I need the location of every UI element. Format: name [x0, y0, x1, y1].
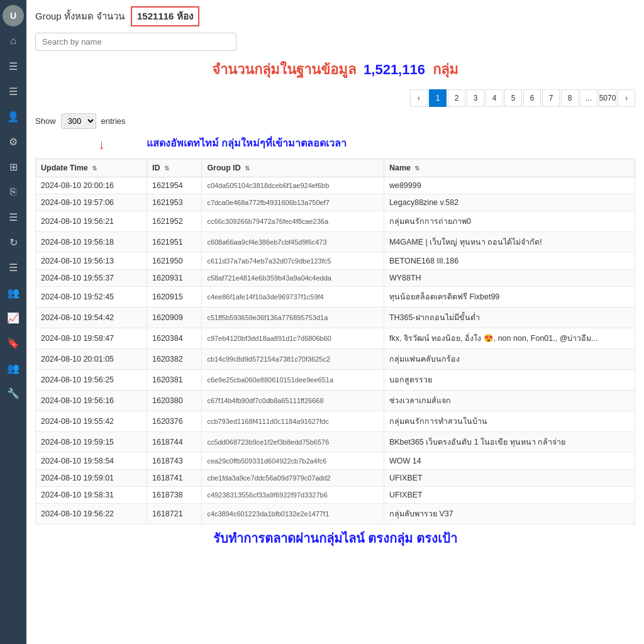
avatar[interactable]: U — [3, 5, 24, 26]
annotation-count: 1,521,116 — [364, 62, 425, 77]
cell-update-time: 2024-08-10 19:56:18 — [36, 232, 147, 253]
table-row[interactable]: 2024-08-10 19:56:21 1621952 cc66c309266b… — [36, 211, 635, 232]
prev-page-btn[interactable]: ‹ — [410, 89, 428, 107]
cell-update-time: 2024-08-10 19:56:22 — [36, 504, 147, 525]
col-id[interactable]: ID ⇅ — [147, 159, 202, 177]
menu4-icon[interactable]: ☰ — [3, 257, 24, 278]
search-input[interactable] — [35, 33, 236, 51]
col-update-time[interactable]: Update Time ⇅ — [36, 159, 147, 177]
annotation-text: จำนวนกลุ่มในฐานข้อมูล 1,521,116 กลุ่ม — [212, 62, 458, 77]
cell-update-time: 2024-08-10 19:56:25 — [36, 370, 147, 391]
cell-id: 1621950 — [147, 253, 202, 270]
cell-id: 1620381 — [147, 370, 202, 391]
cell-update-time: 2024-08-10 19:56:21 — [36, 211, 147, 232]
sort-icon-update-time[interactable]: ⇅ — [92, 165, 97, 172]
cell-name: M4GAME | เว็บใหญ่ ทุนหนา ถอนได้ไม่จำกัด! — [384, 232, 635, 253]
page-btn-3[interactable]: 3 — [467, 89, 484, 107]
show-select[interactable]: 10 25 50 100 300 — [61, 113, 96, 129]
cell-update-time: 2024-08-10 19:56:16 — [36, 391, 147, 411]
table-row[interactable]: 2024-08-10 19:56:16 1620380 c67f14b4fb90… — [36, 391, 635, 411]
table-row[interactable]: 2024-08-10 19:56:25 1620381 c6e9e25cba06… — [36, 370, 635, 391]
table-row[interactable]: 2024-08-10 19:58:54 1618743 cea29c0ffb50… — [36, 453, 635, 470]
cell-group-id: c04da505104c3818dceb6f1ae924ef6bb — [202, 177, 384, 194]
table-row[interactable]: 2024-08-10 19:58:47 1620384 c97eb4120bf3… — [36, 328, 635, 349]
cell-id: 1620909 — [147, 308, 202, 328]
page-btn-5070[interactable]: 5070 — [599, 89, 616, 107]
page-btn-6[interactable]: 6 — [523, 89, 541, 107]
page-ellipsis: ... — [580, 89, 597, 107]
bookmark-icon[interactable]: 🔖 — [3, 332, 24, 353]
table-row[interactable]: 2024-08-10 19:56:13 1621950 c611d37a7ab7… — [36, 253, 635, 270]
cell-id: 1618741 — [147, 470, 202, 487]
next-page-btn[interactable]: › — [618, 89, 635, 107]
refresh-icon[interactable]: ↻ — [3, 231, 24, 253]
table-row[interactable]: 2024-08-10 19:57:06 1621953 c7dca0e468a7… — [36, 194, 635, 211]
cell-group-id: c6e9e25cba060e880610151dee9ee651a — [202, 370, 384, 391]
cell-name: UFIXBET — [384, 487, 635, 504]
menu3-icon[interactable]: ☰ — [3, 206, 24, 228]
cell-id: 1620382 — [147, 349, 202, 370]
copy-icon[interactable]: ⎘ — [3, 181, 24, 203]
cell-update-time: 2024-08-10 19:58:31 — [36, 487, 147, 504]
cell-update-time: 2024-08-10 19:59:15 — [36, 432, 147, 453]
annotation-block: จำนวนกลุ่มในฐานข้อมูล 1,521,116 กลุ่ม — [35, 58, 635, 80]
cell-group-id: c51ff5b593659e36f136a776895753d1a — [202, 308, 384, 328]
cell-name: ทุนน้อยสล็อตเครดิตฟรี Fixbet99 — [384, 287, 635, 308]
table-row[interactable]: 2024-08-10 19:56:22 1618721 c4c3894c6012… — [36, 504, 635, 525]
cell-name: WY88TH — [384, 270, 635, 287]
cell-update-time: 2024-08-10 19:59:01 — [36, 470, 147, 487]
cell-update-time: 2024-08-10 19:57:06 — [36, 194, 147, 211]
page-btn-7[interactable]: 7 — [542, 89, 560, 107]
page-btn-5[interactable]: 5 — [504, 89, 522, 107]
cell-name: กลุ่มแฟนคลับนกร้อง — [384, 349, 635, 370]
page-btn-1[interactable]: 1 — [429, 89, 447, 107]
table-row[interactable]: 2024-08-10 20:00:16 1621954 c04da505104c… — [36, 177, 635, 194]
bottom-annotation: รับทำการตลาดผ่านกลุ่มไลน์ ตรงกลุ่ม ตรงเป… — [35, 528, 635, 548]
cell-group-id: c4ee86f1afe14f10a3de969737f1c59f4 — [202, 287, 384, 308]
table-row[interactable]: 2024-08-10 19:58:31 1618738 c49238313556… — [36, 487, 635, 504]
group-icon[interactable]: 👥 — [3, 357, 24, 379]
cell-update-time: 2024-08-10 19:55:42 — [36, 411, 147, 432]
table-row[interactable]: 2024-08-10 19:55:37 1620931 c58af721e481… — [36, 270, 635, 287]
user-icon[interactable]: 👤 — [3, 106, 24, 127]
cell-id: 1618738 — [147, 487, 202, 504]
page-btn-4[interactable]: 4 — [486, 89, 503, 107]
cell-name: ช่วงเวลาเกมส์แจก — [384, 391, 635, 411]
cell-group-id: c611d37a7ab74eb7a32d07c9dbe123fc5 — [202, 253, 384, 270]
home-icon[interactable]: ⌂ — [3, 30, 24, 52]
cell-id: 1621951 — [147, 232, 202, 253]
sidebar: U ⌂ ☰ ☰ 👤 ⚙ ⊞ ⎘ ☰ ↻ ☰ 👥 📈 🔖 👥 🔧 — [0, 0, 26, 644]
cell-id: 1621952 — [147, 211, 202, 232]
table-row[interactable]: 2024-08-10 19:59:15 1618744 cc5dd068723b… — [36, 432, 635, 453]
menu2-icon[interactable]: ☰ — [3, 80, 24, 102]
cell-update-time: 2024-08-10 19:52:45 — [36, 287, 147, 308]
menu-icon[interactable]: ☰ — [3, 55, 24, 77]
table-icon[interactable]: ⊞ — [3, 156, 24, 177]
table-row[interactable]: 2024-08-10 19:52:45 1620915 c4ee86f1afe1… — [36, 287, 635, 308]
table-row[interactable]: 2024-08-10 19:55:42 1620376 ccb793ed1168… — [36, 411, 635, 432]
cell-id: 1620376 — [147, 411, 202, 432]
table-row[interactable]: 2024-08-10 19:59:01 1618741 cbe1fda3a9ce… — [36, 470, 635, 487]
col-name[interactable]: Name ⇅ — [384, 159, 635, 177]
users-icon[interactable]: 👥 — [3, 282, 24, 303]
page-title: Group ทั้งหมด จำนวน — [35, 9, 125, 24]
page-btn-8[interactable]: 8 — [561, 89, 579, 107]
col-group-id[interactable]: Group ID ⇅ — [202, 159, 384, 177]
sort-icon-name[interactable]: ⇅ — [414, 165, 419, 172]
cell-name: we89999 — [384, 177, 635, 194]
cell-update-time: 2024-08-10 19:54:42 — [36, 308, 147, 328]
sort-icon-id[interactable]: ⇅ — [164, 165, 169, 172]
cell-group-id: c608a66aa9cf4e386eb7cbf45d9f6c473 — [202, 232, 384, 253]
cell-group-id: c97eb4120bf3dd18aa891d1c7d6806b60 — [202, 328, 384, 349]
table-row[interactable]: 2024-08-10 19:56:18 1621951 c608a66aa9cf… — [36, 232, 635, 253]
cell-group-id: cbe1fda3a9ce7ddc56a09d7979c07add2 — [202, 470, 384, 487]
cell-group-id: cea29c0ffb509331d604922cb7b2a4fc6 — [202, 453, 384, 470]
sort-icon-group-id[interactable]: ⇅ — [245, 165, 250, 172]
table-row[interactable]: 2024-08-10 19:54:42 1620909 c51ff5b59365… — [36, 308, 635, 328]
chart-icon[interactable]: 📈 — [3, 307, 24, 328]
page-btn-2[interactable]: 2 — [448, 89, 465, 107]
settings-icon[interactable]: ⚙ — [3, 131, 24, 152]
tools-icon[interactable]: 🔧 — [3, 382, 24, 404]
table-row[interactable]: 2024-08-10 20:01:05 1620382 cb14c99c8d9d… — [36, 349, 635, 370]
cell-id: 1621953 — [147, 194, 202, 211]
